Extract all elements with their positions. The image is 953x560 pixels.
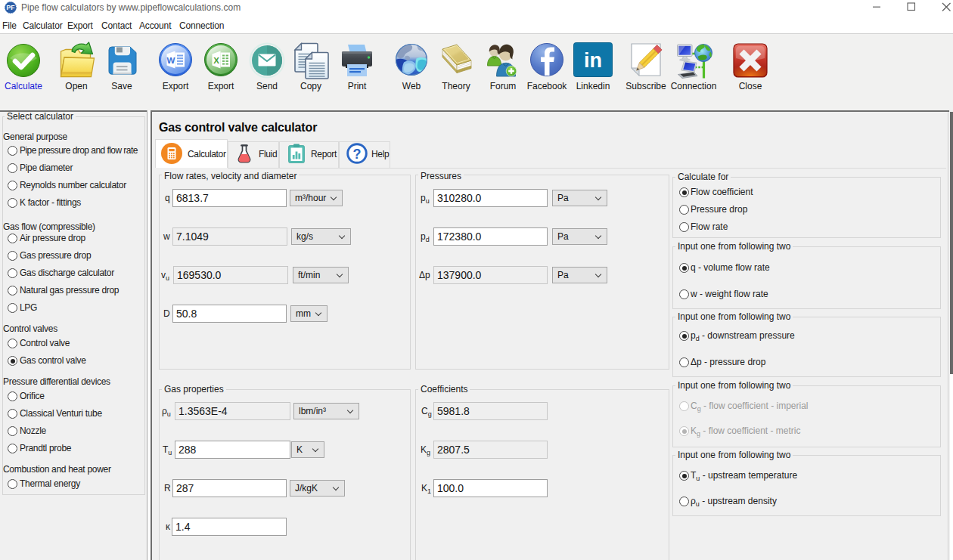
- svg-text:in: in: [584, 49, 602, 72]
- svg-text:PF: PF: [7, 4, 15, 11]
- svg-text:W: W: [167, 55, 175, 64]
- svg-text:X: X: [213, 55, 219, 64]
- svg-text:?: ?: [353, 147, 362, 162]
